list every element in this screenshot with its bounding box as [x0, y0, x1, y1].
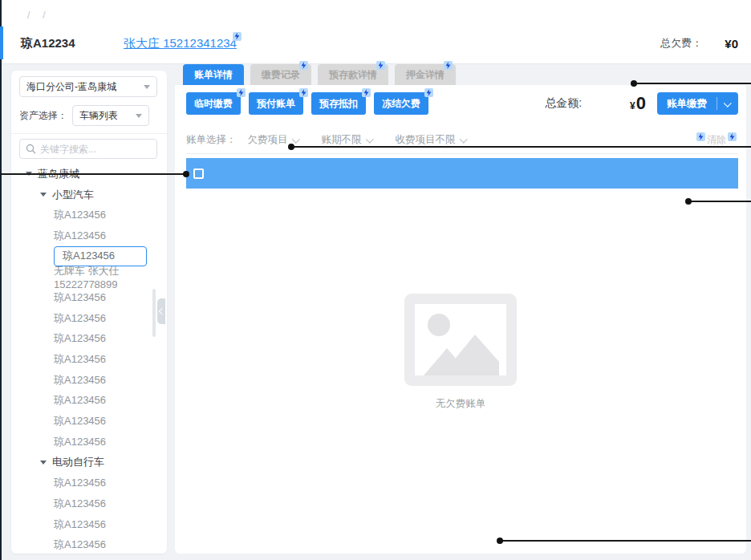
- chevron-down-icon: [459, 136, 467, 144]
- tree-item[interactable]: 琼A123456: [11, 514, 167, 535]
- empty-state: 无欠费账单: [175, 294, 746, 411]
- page-header: 琼A12234 张大庄 15212341234 总欠费： ¥0: [2, 0, 751, 64]
- tree-item-label: 琼A123456: [54, 311, 106, 326]
- tree-item-label: 琼A123456: [54, 393, 106, 408]
- currency-symbol: ¥: [630, 100, 635, 112]
- asset-tree: 蓝岛康城 小型汽车 琼A123456 琼A123456 琼A123456 无牌车…: [11, 164, 167, 554]
- tab[interactable]: 账单详情: [183, 64, 244, 85]
- filter-select[interactable]: 收费项目不限: [396, 133, 467, 147]
- tree-item-label: 琼A123456: [54, 517, 106, 532]
- select-all-cell: [186, 168, 210, 179]
- pay-bill-label: 账单缴费: [657, 97, 716, 111]
- tree-item[interactable]: 琼A123456: [11, 473, 167, 493]
- filter-select-value: 账期不限: [322, 133, 362, 147]
- sidebar-collapse-handle[interactable]: [157, 298, 165, 324]
- tree-item[interactable]: 琼A123456: [11, 493, 167, 514]
- pay-bill-split-button[interactable]: 账单缴费: [657, 92, 738, 115]
- detail-tabs: 账单详情 缴费记录 预存款详情 押金详情: [183, 64, 456, 85]
- lightning-badge-icon: [237, 88, 246, 97]
- action-button[interactable]: 临时缴费: [186, 92, 241, 115]
- collapsed-nav-rail: [0, 0, 2, 560]
- actions-row: 临时缴费 预付账单 预存抵扣 冻结欠费 总金额: ¥ 0 账单缴费: [186, 92, 738, 115]
- total-amount-value: ¥ 0: [630, 93, 646, 114]
- tree-item[interactable]: 琼A123456: [11, 225, 167, 246]
- tree-item[interactable]: 电动自行车: [11, 452, 167, 473]
- tree-item[interactable]: 琼A123456: [11, 370, 167, 391]
- tree-item[interactable]: 小型汽车: [11, 185, 167, 205]
- tab-label: 账单详情: [194, 68, 233, 82]
- action-button-label: 预存抵扣: [319, 97, 358, 111]
- lightning-badge-icon: [376, 61, 385, 70]
- tree-item[interactable]: 琼A123456: [11, 391, 167, 412]
- action-button-label: 冻结欠费: [382, 97, 420, 111]
- chevron-down-icon: [136, 114, 142, 118]
- amount-number: 0: [636, 93, 646, 114]
- annotation-dot: [497, 538, 503, 544]
- total-due-value: ¥0: [725, 37, 738, 51]
- bill-filter-label: 账单选择：: [186, 133, 237, 147]
- tree-item-label: 琼A123456: [54, 476, 106, 490]
- tree-item[interactable]: 琼A123456: [11, 329, 167, 350]
- annotation-line: [500, 540, 751, 542]
- caret-down-icon[interactable]: [40, 193, 47, 197]
- tree-item[interactable]: 琼A123456: [11, 432, 167, 452]
- chevron-down-icon: [365, 136, 373, 144]
- asset-sidebar: 海口分公司-蓝岛康城 资产选择： 车辆列表 蓝岛康城 小型汽车 琼A123456: [11, 71, 167, 554]
- tree-item-label: 琼A123456: [54, 435, 106, 449]
- tree-item-label: 琼A123456: [54, 497, 106, 511]
- lightning-badge-icon: [299, 61, 308, 70]
- asset-type-select[interactable]: 车辆列表: [72, 105, 149, 126]
- annotation-dot: [288, 144, 294, 150]
- tree-item-label: 琼A123456: [54, 538, 106, 552]
- bill-filter-row: 账单选择： 欠费项目 账期不限 收费项目不限 清除: [186, 127, 738, 154]
- tree-item[interactable]: 琼A123456: [11, 205, 167, 225]
- lightning-badge-icon: [362, 88, 371, 97]
- asset-select-label: 资产选择：: [19, 109, 67, 123]
- action-button[interactable]: 预付账单: [249, 92, 303, 115]
- clear-filters-button[interactable]: 清除: [695, 133, 738, 147]
- branch-select-value: 海口分公司-蓝岛康城: [26, 80, 144, 94]
- divider: [11, 133, 167, 134]
- tree-item[interactable]: 琼A123456: [11, 308, 167, 329]
- tree-item-label: 琼A123456: [54, 414, 106, 428]
- owner-link-label: 张大庄 15212341234: [124, 36, 237, 50]
- active-nav-indicator: [0, 26, 3, 59]
- lightning-badge-icon: [299, 88, 308, 97]
- tab[interactable]: 预存款详情: [318, 64, 388, 85]
- annotation-dot: [183, 171, 189, 177]
- branch-select[interactable]: 海口分公司-蓝岛康城: [19, 76, 157, 97]
- annotation-line: [291, 146, 751, 148]
- filter-select[interactable]: 账期不限: [322, 133, 373, 147]
- lightning-badge-icon: [424, 88, 433, 97]
- tree-item-label: 无牌车 张大仕 15222778899: [54, 264, 167, 290]
- lightning-badge-icon: [696, 132, 705, 141]
- tree-item-label: 琼A123456: [54, 290, 106, 305]
- tree-item[interactable]: 琼A123456: [11, 287, 167, 308]
- annotation-line: [688, 201, 751, 202]
- action-button[interactable]: 冻结欠费: [374, 92, 428, 115]
- filter-select-value: 收费项目不限: [396, 133, 456, 147]
- caret-down-icon[interactable]: [40, 461, 47, 465]
- breadcrumb-item[interactable]: [43, 10, 51, 21]
- tab-label: 预存款详情: [329, 68, 377, 82]
- action-button[interactable]: 预存抵扣: [311, 92, 366, 115]
- search-icon: [26, 144, 36, 154]
- lightning-badge-icon: [233, 32, 242, 41]
- select-all-checkbox[interactable]: [193, 168, 204, 179]
- breadcrumb-item[interactable]: [27, 10, 36, 21]
- total-due-label: 总欠费：: [660, 36, 702, 51]
- chevron-down-icon[interactable]: [717, 101, 738, 107]
- tab[interactable]: 押金详情: [395, 64, 456, 85]
- owner-phone-link[interactable]: 张大庄 15212341234: [124, 36, 237, 51]
- total-amount-label: 总金额:: [545, 96, 582, 111]
- search-input[interactable]: [40, 144, 151, 155]
- tree-item[interactable]: 琼A123456: [11, 411, 167, 432]
- tab[interactable]: 缴费记录: [250, 64, 311, 85]
- tree-item-label: 小型汽车: [52, 188, 94, 202]
- tree-item-label: 琼A123456: [54, 373, 106, 388]
- search-box: [19, 139, 157, 159]
- tree-item[interactable]: 琼A123456: [11, 534, 167, 554]
- sidebar-scrollbar[interactable]: [152, 289, 156, 337]
- tree-item[interactable]: 琼A123456: [11, 349, 167, 370]
- tree-item[interactable]: 无牌车 张大仕 15222778899: [11, 266, 167, 287]
